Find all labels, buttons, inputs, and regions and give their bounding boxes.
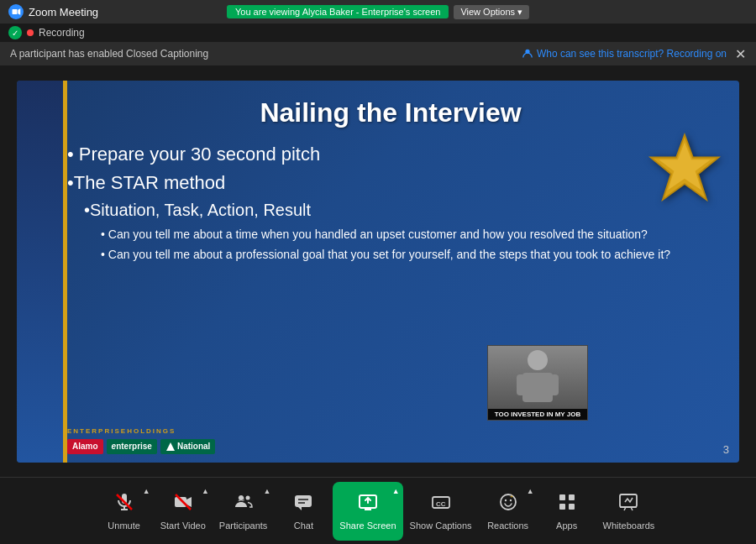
share-icon	[358, 492, 378, 517]
svg-rect-19	[295, 495, 312, 507]
svg-point-17	[245, 495, 249, 500]
show-captions-label: Show Captions	[410, 520, 472, 531]
whiteboards-button[interactable]: Whiteboards	[596, 482, 662, 541]
title-bar-center: You are viewing Alycia Baker - Enterpris…	[227, 5, 529, 19]
svg-point-28	[501, 494, 516, 510]
participants-chevron[interactable]: ▲	[263, 487, 270, 495]
unmute-chevron[interactable]: ▲	[143, 487, 150, 495]
reactions-icon: +	[498, 492, 518, 517]
who-can-see[interactable]: Who can see this transcript? Recording o…	[522, 48, 727, 60]
svg-rect-0	[13, 9, 18, 14]
slide-content: Nailing the Interview • Prepare your 30 …	[67, 97, 714, 450]
recording-dot	[27, 29, 34, 36]
svg-marker-20	[298, 507, 302, 510]
svg-point-29	[504, 499, 506, 500]
bullet-2: •The STAR method	[67, 172, 714, 194]
unmute-button[interactable]: ▲ Unmute	[95, 482, 154, 541]
video-off-icon	[173, 492, 193, 517]
start-video-chevron[interactable]: ▲	[202, 487, 209, 495]
unmute-label: Unmute	[108, 520, 140, 531]
svg-rect-33	[569, 494, 575, 500]
app-title: Zoom Meeting	[29, 6, 98, 18]
svg-rect-32	[559, 494, 565, 500]
svg-marker-1	[18, 8, 20, 15]
svg-rect-35	[569, 504, 575, 510]
show-captions-button[interactable]: CC Show Captions	[403, 482, 479, 541]
mic-off-icon	[114, 492, 134, 517]
bullet-detail-2: • Can you tell me about a professional g…	[101, 247, 714, 264]
recording-label: Recording	[39, 27, 85, 39]
participants-label: Participants	[219, 520, 267, 531]
zoom-logo	[8, 4, 24, 19]
viewing-badge: You are viewing Alycia Baker - Enterpris…	[227, 5, 449, 18]
share-screen-label: Share Screen	[339, 520, 396, 531]
chat-icon	[293, 492, 313, 517]
whiteboards-label: Whiteboards	[603, 520, 655, 531]
bullet-3: •Situation, Task, Action, Result	[84, 201, 714, 220]
apps-button[interactable]: Apps	[538, 482, 596, 541]
participants-button[interactable]: ▲ 13 Participants	[213, 482, 274, 541]
reactions-chevron[interactable]: ▲	[527, 487, 534, 495]
whiteboards-icon	[618, 492, 638, 517]
slide-number: 3	[723, 443, 729, 456]
reactions-label: Reactions	[487, 520, 528, 531]
slide-area: Nailing the Interview • Prepare your 30 …	[0, 65, 756, 477]
caption-bar: A participant has enabled Closed Caption…	[0, 42, 756, 65]
title-bar-left: Zoom Meeting	[8, 4, 98, 19]
svg-point-30	[509, 499, 511, 500]
slide-title: Nailing the Interview	[67, 97, 714, 128]
close-caption-button[interactable]: ✕	[735, 46, 746, 62]
slide-left-accent	[17, 81, 63, 463]
apps-icon	[557, 492, 577, 517]
bullet-1: • Prepare your 30 second pitch	[67, 144, 714, 165]
svg-rect-34	[559, 504, 565, 510]
toolbar: ▲ Unmute ▲ Start Video ▲	[0, 477, 756, 544]
svg-text:CC: CC	[436, 500, 446, 508]
svg-text:+: +	[510, 494, 513, 500]
caption-text: A participant has enabled Closed Caption…	[10, 48, 513, 60]
start-video-button[interactable]: ▲ Start Video	[154, 482, 213, 541]
bullet-detail-1: • Can you tell me about a time when you …	[101, 227, 714, 243]
security-icon: ✓	[8, 26, 22, 39]
title-bar: Zoom Meeting You are viewing Alycia Bake…	[0, 0, 756, 24]
chat-button[interactable]: Chat	[274, 482, 333, 541]
slide-container: Nailing the Interview • Prepare your 30 …	[17, 81, 739, 463]
apps-label: Apps	[556, 520, 577, 531]
chat-label: Chat	[294, 520, 313, 531]
share-screen-button[interactable]: ▲ Share Screen	[333, 482, 402, 541]
cc-icon: CC	[431, 492, 451, 517]
start-video-label: Start Video	[160, 520, 206, 531]
recording-bar: ✓ Recording	[0, 24, 756, 42]
share-chevron[interactable]: ▲	[392, 487, 400, 495]
svg-text:13: 13	[238, 496, 244, 502]
participants-icon: 13	[234, 492, 254, 517]
reactions-button[interactable]: ▲ + Reactions	[479, 482, 538, 541]
view-options-button[interactable]: View Options ▾	[454, 5, 529, 19]
